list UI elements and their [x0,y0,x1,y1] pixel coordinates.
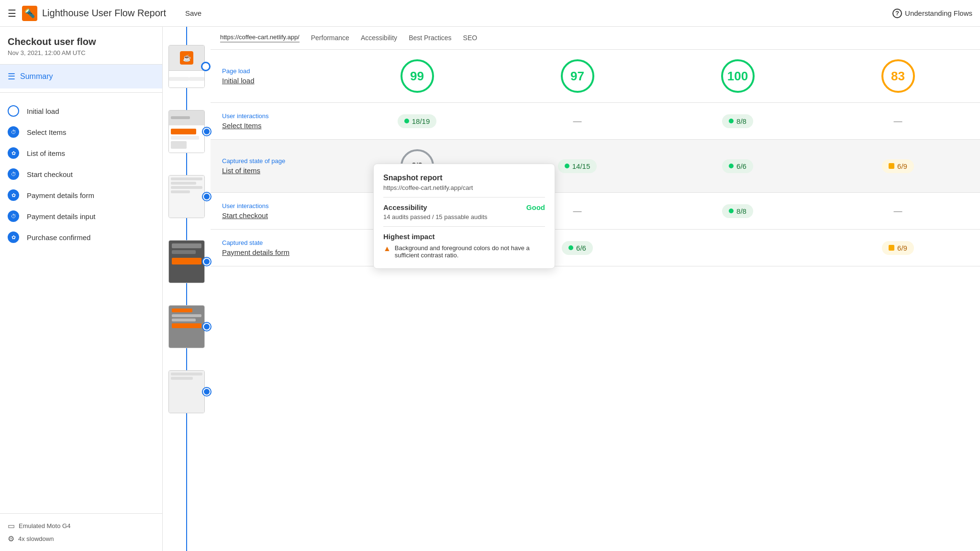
section-type-4: User interactions [222,202,346,209]
section-name-1[interactable]: Initial load [222,77,346,85]
section-scores-1: 99 97 100 83 [346,59,969,93]
dot-icon [729,209,734,213]
save-button[interactable]: Save [185,9,201,17]
sidebar-item-initial-load[interactable]: Initial load [0,100,162,121]
menu-icon[interactable]: ☰ [8,8,16,19]
understanding-flows-link[interactable]: ? Understanding Flows [892,9,972,18]
timeline-column: ☕ [163,27,211,551]
sidebar-bottom: ▭ Emulated Moto G4 ⚙ 4x slowdown [0,513,162,551]
section-name-2[interactable]: Select Items [222,121,346,130]
thumbnail-4[interactable] [168,236,205,287]
score-circle-seo-1: 83 [881,59,915,93]
timeline-dot-4 [203,258,211,265]
flow-date: Nov 3, 2021, 12:00 AM UTC [0,49,162,64]
step-label: Start checkout [27,170,73,178]
badge-value: 8/8 [736,207,746,215]
badge-value: 6/6 [736,162,746,170]
summary-item[interactable]: ☰ Summary [0,65,162,88]
section-info-1: Page load Initial load [222,67,346,85]
section-info-5: Captured state Payment details form [222,239,346,256]
step-camera-icon: ✿ [8,231,19,243]
sidebar-item-list-of-items[interactable]: ✿ List of items [0,143,162,164]
section-name-5[interactable]: Payment details form [222,248,346,256]
tab-url[interactable]: https://coffee-cart.netlify.app/ [220,33,300,43]
section-start-checkout: User interactions Start checkout — 8/8 [211,193,980,230]
sidebar-steps: Initial load ⏱ Select Items ✿ List of it… [0,97,162,252]
tab-bar: https://coffee-cart.netlify.app/ Perform… [211,27,980,50]
tab-accessibility[interactable]: Accessibility [361,34,397,43]
badge-value: 6/6 [576,244,586,252]
dot-icon [568,245,573,250]
step-camera-icon: ✿ [8,189,19,201]
thumbnail-3[interactable] [168,171,205,222]
timeline-dot-2 [203,128,211,135]
timeline-dot-5 [203,323,211,331]
thumb-img-6 [168,370,205,413]
badge-value: 8/8 [736,117,746,125]
thumbnail-5[interactable] [168,301,205,352]
dash-seo-4: — [894,206,902,216]
tooltip-divider-1 [383,197,545,198]
thumb-img-3 [168,175,205,218]
step-label: Initial load [27,107,59,115]
help-icon: ? [892,9,902,18]
section-info-4: User interactions Start checkout [222,202,346,220]
badge-value: 18/19 [412,117,430,125]
score-seo-4: — [827,206,969,216]
tab-best-practices[interactable]: Best Practices [409,34,451,43]
sidebar: Checkout user flow Nov 3, 2021, 12:00 AM… [0,27,163,551]
step-camera-icon: ✿ [8,147,19,159]
score-best-practices-1: 100 [667,59,808,93]
sidebar-item-select-items[interactable]: ⏱ Select Items [0,121,162,143]
tooltip-metric-desc: 14 audits passed / 15 passable audits [383,213,545,220]
dash-acc-4: — [573,206,582,216]
tooltip-metric-value: Good [526,203,545,211]
score-circle-acc-1: 97 [561,59,594,93]
badge-value: 14/15 [572,162,590,170]
tab-seo[interactable]: SEO [463,34,478,43]
dot-icon [565,164,569,168]
score-best-practices-3: 6/6 [667,159,808,173]
thumbnail-6[interactable] [168,366,205,417]
thumb-img-4 [168,240,205,283]
score-circle-bp-1: 100 [721,59,755,93]
main-area: ☕ [163,27,980,551]
badge-value: 6/9 [897,162,907,170]
thumbnail-2[interactable] [168,106,205,157]
timeline-thumbnails: ☕ [163,32,211,417]
dash-seo-2: — [894,116,902,126]
section-type-3: Captured state of page [222,157,346,165]
thumb-bottom-1 [169,71,204,88]
section-name-3[interactable]: List of items [222,166,346,175]
timeline-dot-6 [203,388,211,396]
sidebar-item-payment-details-form[interactable]: ✿ Payment details form [0,185,162,206]
tooltip-impact-text: Background and foreground colors do not … [395,244,545,259]
tooltip-metric-accessibility: Accessibility Good [383,203,545,211]
thumb-img-1: ☕ [168,45,205,88]
thumbnail-1[interactable]: ☕ [168,41,205,92]
score-badge-bp-3: 6/6 [722,159,753,173]
score-accessibility-1: 97 [507,59,648,93]
score-accessibility-2: — [507,116,648,126]
tooltip-snapshot: Snapshot report https://coffee-cart.netl… [373,164,555,269]
section-info-2: User interactions Select Items [222,112,346,130]
tab-performance[interactable]: Performance [311,34,349,43]
score-badge-bp-4: 8/8 [722,204,753,218]
section-type-5: Captured state [222,239,346,246]
sidebar-item-purchase-confirmed[interactable]: ✿ Purchase confirmed [0,227,162,248]
tooltip-impact-title: Highest impact [383,232,545,241]
app-title: Lighthouse User Flow Report [42,8,166,19]
score-badge-acc-5: 6/6 [562,241,593,255]
timeline-dot-outline-1 [201,62,211,71]
dot-icon [889,245,894,251]
sidebar-item-start-checkout[interactable]: ⏱ Start checkout [0,164,162,185]
section-type-2: User interactions [222,112,346,120]
section-name-4[interactable]: Start checkout [222,211,346,220]
dot-icon [729,119,734,123]
tooltip-title: Snapshot report [383,174,545,182]
step-clock-icon: ⏱ [8,168,19,180]
sidebar-item-payment-details-input[interactable]: ⏱ Payment details input [0,206,162,227]
section-list-of-items: Captured state of page List of items 3/3… [211,140,980,193]
list-icon: ☰ [8,71,15,82]
slowdown-info: ⚙ 4x slowdown [8,534,155,543]
